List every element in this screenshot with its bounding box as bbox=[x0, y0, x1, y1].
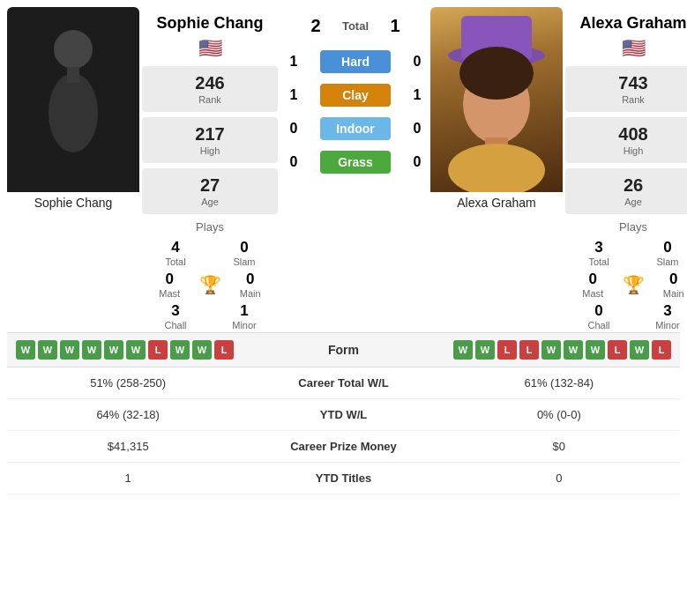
titles-label: YTD Titles bbox=[235, 471, 451, 485]
silhouette-icon bbox=[34, 25, 113, 174]
left-trophy-icon: 🏆 bbox=[199, 274, 221, 295]
left-slam-lbl: Slam bbox=[211, 256, 278, 267]
hard-left: 1 bbox=[280, 54, 307, 70]
right-mast-val: 0 bbox=[565, 271, 621, 288]
grass-row: 0 Grass 0 bbox=[280, 145, 430, 179]
right-total-lbl: Total bbox=[565, 256, 632, 267]
left-high-label: High bbox=[147, 145, 273, 156]
career-wl-right: 61% (132-84) bbox=[452, 376, 667, 390]
left-player-section: Sophie Chang Sophie Chang 🇺🇸 246 Rank 21… bbox=[7, 7, 280, 332]
form-badge-w: W bbox=[564, 340, 583, 360]
right-player-photo: Alexa Graham bbox=[430, 7, 563, 332]
form-badge-w: W bbox=[16, 340, 35, 360]
right-chall-val: 0 bbox=[565, 302, 632, 320]
right-stats-col: Alexa Graham 🇺🇸 743 Rank 408 High 26 Age bbox=[563, 7, 687, 332]
form-badge-l: L bbox=[148, 340, 168, 360]
left-minor-lbl: Minor bbox=[211, 320, 278, 330]
right-main-lbl: Main bbox=[646, 288, 688, 299]
svg-point-8 bbox=[448, 144, 545, 192]
form-badge-w: W bbox=[541, 340, 561, 360]
surface-rows: 1 Hard 0 1 Clay 1 0 Indoor 0 0 Grass bbox=[280, 45, 430, 179]
right-minor-val: 3 bbox=[634, 302, 687, 320]
right-main-val: 0 bbox=[646, 271, 688, 288]
left-age-box: 27 Age bbox=[142, 168, 278, 214]
hard-badge: Hard bbox=[320, 50, 391, 73]
form-badge-w: W bbox=[586, 340, 605, 360]
total-row: 2 Total 1 bbox=[280, 7, 430, 45]
indoor-left: 0 bbox=[280, 121, 307, 137]
ytd-wl-right: 0% (0-0) bbox=[452, 408, 667, 421]
form-badge-w: W bbox=[38, 340, 57, 360]
left-rank-value: 246 bbox=[147, 73, 273, 93]
form-badge-w: W bbox=[630, 340, 649, 360]
left-slam-val: 0 bbox=[211, 239, 278, 256]
total-right: 1 bbox=[382, 16, 408, 36]
right-flag: 🇺🇸 bbox=[569, 37, 687, 60]
form-badge-w: W bbox=[60, 340, 79, 360]
titles-row: 1 YTD Titles 0 bbox=[7, 463, 680, 494]
left-mast-lbl: Mast bbox=[142, 288, 198, 299]
right-form-badges: WWLLWWWLWL bbox=[453, 340, 671, 360]
right-total-val: 3 bbox=[565, 239, 632, 256]
grass-badge: Grass bbox=[320, 151, 391, 174]
right-player-face-icon bbox=[435, 7, 558, 192]
left-total-lbl: Total bbox=[142, 256, 209, 267]
left-rank-label: Rank bbox=[147, 94, 273, 105]
form-badge-w: W bbox=[170, 340, 190, 360]
form-badge-w: W bbox=[453, 340, 473, 360]
form-section: WWWWWWLWWL Form WWLLWWWLWL bbox=[7, 332, 680, 367]
right-age-box: 26 Age bbox=[565, 168, 687, 214]
right-age-label: Age bbox=[571, 197, 687, 207]
left-player-name-under: Sophie Chang bbox=[7, 192, 139, 215]
right-player-name-under: Alexa Graham bbox=[430, 192, 563, 215]
players-row: Sophie Chang Sophie Chang 🇺🇸 246 Rank 21… bbox=[7, 7, 680, 332]
right-high-value: 408 bbox=[571, 124, 687, 145]
right-high-box: 408 High bbox=[565, 117, 687, 163]
ytd-wl-label: YTD W/L bbox=[235, 408, 451, 421]
right-trophy-icon: 🏆 bbox=[623, 274, 645, 295]
clay-row: 1 Clay 1 bbox=[280, 78, 430, 112]
form-badge-w: W bbox=[104, 340, 123, 360]
left-stats-col: Sophie Chang 🇺🇸 246 Rank 217 High 27 Age bbox=[139, 7, 280, 332]
indoor-row: 0 Indoor 0 bbox=[280, 112, 430, 145]
indoor-right: 0 bbox=[404, 121, 430, 137]
left-form-badges: WWWWWWLWWL bbox=[16, 340, 234, 360]
form-badge-l: L bbox=[608, 340, 627, 360]
right-slam-val: 0 bbox=[634, 239, 687, 256]
career-wl-left: 51% (258-250) bbox=[20, 376, 235, 390]
svg-point-1 bbox=[49, 73, 98, 152]
right-minor-lbl: Minor bbox=[634, 320, 687, 330]
stats-rows: 51% (258-250) Career Total W/L 61% (132-… bbox=[7, 367, 680, 494]
form-badge-l: L bbox=[519, 340, 539, 360]
form-badge-w: W bbox=[82, 340, 101, 360]
career-wl-label: Career Total W/L bbox=[235, 376, 451, 390]
left-chall-lbl: Chall bbox=[142, 320, 209, 330]
right-player-name: Alexa Graham bbox=[569, 14, 687, 33]
left-main-lbl: Main bbox=[223, 288, 279, 299]
right-chall-lbl: Chall bbox=[565, 320, 632, 330]
clay-badge: Clay bbox=[320, 84, 391, 107]
right-slam-lbl: Slam bbox=[634, 256, 687, 267]
total-label: Total bbox=[342, 19, 369, 33]
ytd-wl-row: 64% (32-18) YTD W/L 0% (0-0) bbox=[7, 399, 680, 431]
right-high-label: High bbox=[571, 145, 687, 156]
form-badge-l: L bbox=[497, 340, 517, 360]
hard-right: 0 bbox=[404, 54, 430, 70]
hard-row: 1 Hard 0 bbox=[280, 45, 430, 78]
indoor-badge: Indoor bbox=[320, 117, 391, 140]
form-badge-l: L bbox=[652, 340, 671, 360]
total-left: 2 bbox=[302, 16, 329, 36]
right-mast-lbl: Mast bbox=[565, 288, 621, 299]
left-high-box: 217 High bbox=[142, 117, 278, 163]
prize-right: $0 bbox=[452, 440, 667, 453]
svg-point-6 bbox=[459, 47, 534, 100]
left-rank-box: 246 Rank bbox=[142, 66, 278, 112]
svg-rect-2 bbox=[67, 67, 79, 83]
right-rank-box: 743 Rank bbox=[565, 66, 687, 112]
right-age-value: 26 bbox=[571, 175, 687, 196]
grass-left: 0 bbox=[280, 154, 307, 170]
prize-row: $41,315 Career Prize Money $0 bbox=[7, 431, 680, 463]
right-plays-label: Plays bbox=[565, 217, 687, 237]
left-age-label: Age bbox=[147, 197, 273, 207]
left-plays-label: Plays bbox=[142, 217, 278, 237]
